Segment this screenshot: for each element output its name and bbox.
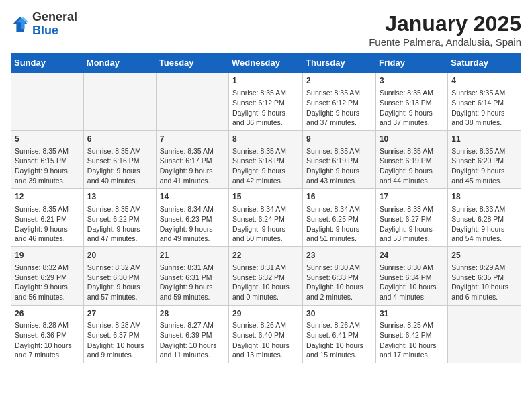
sunset-text: Sunset: 6:16 PM: [87, 156, 140, 165]
sunrise-text: Sunrise: 8:32 AM: [15, 263, 69, 271]
day-number: 9: [306, 134, 372, 145]
header-sunday: Sunday: [11, 54, 84, 73]
sunrise-text: Sunrise: 8:35 AM: [87, 147, 141, 155]
sunset-text: Sunset: 6:33 PM: [306, 273, 359, 281]
calendar-cell: [448, 305, 521, 363]
day-number: 12: [15, 191, 80, 203]
week-row-2: 5Sunrise: 8:35 AMSunset: 6:15 PMDaylight…: [11, 130, 521, 189]
calendar-cell: 30Sunrise: 8:26 AMSunset: 6:41 PMDayligh…: [303, 305, 376, 363]
sunset-text: Sunset: 6:36 PM: [15, 331, 67, 339]
logo-icon: [11, 15, 30, 34]
sunset-text: Sunset: 6:21 PM: [15, 215, 67, 223]
sunset-text: Sunset: 6:35 PM: [451, 273, 504, 281]
calendar-cell: 27Sunrise: 8:28 AMSunset: 6:37 PMDayligh…: [83, 305, 156, 363]
daylight-text: Daylight: 10 hours and 4 minutes.: [380, 283, 437, 301]
sunrise-text: Sunrise: 8:35 AM: [15, 147, 69, 155]
sunrise-text: Sunrise: 8:35 AM: [451, 89, 505, 97]
day-number: 13: [87, 191, 152, 203]
calendar-cell: 9Sunrise: 8:35 AMSunset: 6:19 PMDaylight…: [303, 130, 376, 189]
calendar-cell: 1Sunrise: 8:35 AMSunset: 6:12 PMDaylight…: [229, 73, 303, 131]
calendar-cell: 10Sunrise: 8:35 AMSunset: 6:19 PMDayligh…: [375, 130, 447, 189]
daylight-text: Daylight: 9 hours and 36 minutes.: [232, 109, 285, 127]
day-number: 17: [380, 191, 444, 203]
calendar-cell: 22Sunrise: 8:31 AMSunset: 6:32 PMDayligh…: [229, 247, 303, 306]
day-number: 31: [380, 308, 444, 320]
logo-blue: Blue: [32, 24, 58, 37]
calendar-cell: 15Sunrise: 8:34 AMSunset: 6:24 PMDayligh…: [229, 189, 303, 247]
sunrise-text: Sunrise: 8:32 AM: [87, 263, 141, 271]
daylight-text: Daylight: 9 hours and 57 minutes.: [87, 283, 140, 301]
sunset-text: Sunset: 6:12 PM: [306, 99, 359, 107]
sunset-text: Sunset: 6:32 PM: [232, 273, 285, 281]
sunrise-text: Sunrise: 8:35 AM: [380, 147, 433, 155]
sunrise-text: Sunrise: 8:34 AM: [232, 205, 286, 213]
sunrise-text: Sunrise: 8:35 AM: [160, 147, 214, 155]
sunrise-text: Sunrise: 8:25 AM: [380, 321, 433, 329]
sunrise-text: Sunrise: 8:35 AM: [232, 89, 286, 97]
daylight-text: Daylight: 9 hours and 43 minutes.: [306, 167, 359, 185]
weekday-header-row: Sunday Monday Tuesday Wednesday Thursday…: [11, 54, 521, 73]
week-row-3: 12Sunrise: 8:35 AMSunset: 6:21 PMDayligh…: [11, 189, 521, 247]
header-tuesday: Tuesday: [156, 54, 228, 73]
calendar-cell: 26Sunrise: 8:28 AMSunset: 6:36 PMDayligh…: [11, 305, 84, 363]
sunrise-text: Sunrise: 8:35 AM: [451, 147, 505, 155]
calendar-cell: 16Sunrise: 8:34 AMSunset: 6:25 PMDayligh…: [303, 189, 376, 247]
sunset-text: Sunset: 6:28 PM: [451, 215, 504, 223]
sunset-text: Sunset: 6:39 PM: [160, 331, 212, 339]
sunset-text: Sunset: 6:14 PM: [451, 99, 504, 107]
sunset-text: Sunset: 6:15 PM: [15, 156, 67, 165]
daylight-text: Daylight: 10 hours and 6 minutes.: [451, 283, 508, 301]
calendar-cell: 7Sunrise: 8:35 AMSunset: 6:17 PMDaylight…: [156, 130, 228, 189]
daylight-text: Daylight: 9 hours and 56 minutes.: [15, 283, 68, 301]
day-number: 1: [232, 75, 299, 87]
sunrise-text: Sunrise: 8:31 AM: [232, 263, 286, 271]
logo-general: General: [32, 10, 77, 24]
header-wednesday: Wednesday: [229, 54, 303, 73]
header-saturday: Saturday: [448, 54, 521, 73]
day-number: 21: [160, 250, 225, 261]
sunrise-text: Sunrise: 8:31 AM: [160, 263, 214, 271]
day-number: 3: [380, 75, 444, 87]
day-number: 15: [232, 191, 299, 203]
calendar-cell: 3Sunrise: 8:35 AMSunset: 6:13 PMDaylight…: [375, 73, 447, 131]
calendar-cell: 28Sunrise: 8:27 AMSunset: 6:39 PMDayligh…: [156, 305, 228, 363]
day-number: 18: [451, 191, 517, 203]
calendar-cell: 4Sunrise: 8:35 AMSunset: 6:14 PMDaylight…: [448, 73, 521, 131]
daylight-text: Daylight: 10 hours and 17 minutes.: [380, 341, 437, 359]
day-number: 10: [380, 134, 444, 145]
day-number: 24: [380, 250, 444, 261]
calendar-cell: 13Sunrise: 8:35 AMSunset: 6:22 PMDayligh…: [83, 189, 156, 247]
sunrise-text: Sunrise: 8:30 AM: [380, 263, 433, 271]
calendar-cell: 20Sunrise: 8:32 AMSunset: 6:30 PMDayligh…: [83, 247, 156, 306]
daylight-text: Daylight: 9 hours and 42 minutes.: [232, 167, 285, 185]
daylight-text: Daylight: 9 hours and 59 minutes.: [160, 283, 213, 301]
daylight-text: Daylight: 9 hours and 44 minutes.: [380, 167, 433, 185]
day-number: 26: [15, 308, 80, 320]
daylight-text: Daylight: 10 hours and 11 minutes.: [160, 341, 217, 359]
calendar-cell: 5Sunrise: 8:35 AMSunset: 6:15 PMDaylight…: [11, 130, 84, 189]
day-number: 6: [87, 134, 152, 145]
sunrise-text: Sunrise: 8:35 AM: [380, 89, 433, 97]
calendar-cell: [11, 73, 84, 131]
daylight-text: Daylight: 9 hours and 46 minutes.: [15, 225, 68, 243]
sunrise-text: Sunrise: 8:28 AM: [15, 321, 69, 329]
calendar-cell: 18Sunrise: 8:33 AMSunset: 6:28 PMDayligh…: [448, 189, 521, 247]
calendar-cell: 24Sunrise: 8:30 AMSunset: 6:34 PMDayligh…: [375, 247, 447, 306]
sunrise-text: Sunrise: 8:35 AM: [232, 147, 286, 155]
daylight-text: Daylight: 9 hours and 39 minutes.: [15, 167, 68, 185]
sunset-text: Sunset: 6:41 PM: [306, 331, 359, 339]
daylight-text: Daylight: 9 hours and 38 minutes.: [451, 109, 504, 127]
day-number: 29: [232, 308, 299, 320]
sunrise-text: Sunrise: 8:26 AM: [306, 321, 360, 329]
calendar-cell: 31Sunrise: 8:25 AMSunset: 6:42 PMDayligh…: [375, 305, 447, 363]
day-number: 25: [451, 250, 517, 261]
sunset-text: Sunset: 6:30 PM: [87, 273, 140, 281]
daylight-text: Daylight: 10 hours and 9 minutes.: [87, 341, 144, 359]
sunrise-text: Sunrise: 8:35 AM: [15, 205, 69, 213]
day-number: 22: [232, 250, 299, 261]
calendar-cell: 25Sunrise: 8:29 AMSunset: 6:35 PMDayligh…: [448, 247, 521, 306]
header-friday: Friday: [375, 54, 447, 73]
calendar-cell: 21Sunrise: 8:31 AMSunset: 6:31 PMDayligh…: [156, 247, 228, 306]
logo-text: General Blue: [32, 11, 77, 38]
sunrise-text: Sunrise: 8:35 AM: [87, 205, 141, 213]
